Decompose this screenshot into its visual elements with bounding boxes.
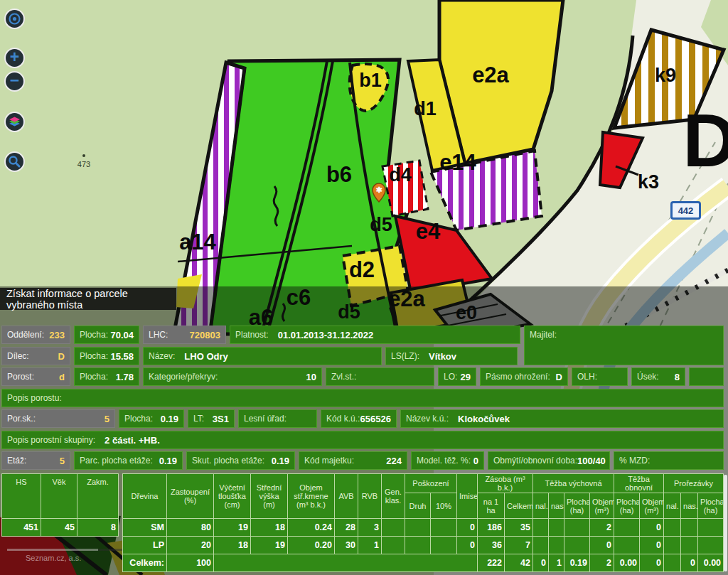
col-drevina: Dřevina <box>123 474 167 519</box>
zoom-out-button[interactable]: − <box>4 71 25 92</box>
field-obmyti: Obmýtí/obnovní doba:100/40 <box>488 451 610 470</box>
field-lt: LT:3S1 <box>188 409 235 428</box>
hs-table-row: 451 45 8 <box>2 519 119 537</box>
group-tezba-obnovni: Těžba obnovní <box>614 474 664 493</box>
field-oddeleni: Oddělení:233 <box>1 326 70 344</box>
map-label-e4: e4 <box>416 219 440 244</box>
stand-table: Dřevina Zastoupení (%) Výčetní tloušťka … <box>122 473 724 572</box>
table-row: SM8019180.2428301863520 <box>123 519 724 537</box>
map-label-D: D <box>682 97 728 183</box>
field-porsk: Por.sk.:5 <box>1 409 115 428</box>
field-plocha-dilec: Plocha:15.58 <box>74 347 139 365</box>
map-label-d4: d4 <box>389 164 412 186</box>
field-olh: OLH: <box>572 367 628 386</box>
field-usek: Úsek:8 <box>631 367 685 386</box>
field-mzd: % MZD: <box>614 451 724 470</box>
map-label-d1: d1 <box>414 98 437 120</box>
map-label-473: 473 <box>77 160 90 168</box>
col-zastoupeni: Zastoupení (%) <box>167 474 214 519</box>
map-label-b6: b6 <box>326 162 352 188</box>
field-popis-ps: Popis porostní skupiny:2 části. +HB. <box>1 431 724 449</box>
search-icon <box>8 155 21 168</box>
col-objem: Objem stř.kmene (m³ b.k.) <box>288 474 335 519</box>
plus-icon: + <box>10 49 19 65</box>
col-plocha-vych: Plocha (ha) <box>564 493 590 519</box>
field-nazev: Název:LHO Odry <box>143 347 382 365</box>
minus-icon: − <box>10 72 19 89</box>
col-nas-pror: nas. <box>681 493 698 519</box>
map-label-e2a: e2a <box>472 63 509 88</box>
map-label-k9: k9 <box>655 65 676 87</box>
field-dilec: Dílec:D <box>1 347 70 365</box>
group-zasoba: Zásoba (m³ b.k.) <box>478 474 533 493</box>
map-attribution: Seznam.cz, a.s. <box>26 554 81 562</box>
map-tooltip: Získat informace o parcele vybraného mís… <box>0 288 176 310</box>
field-lhc: LHC:720803 <box>143 326 226 344</box>
table-row: LP2018190.20301036700 <box>123 537 724 554</box>
map-label-a14: a14 <box>179 230 216 255</box>
col-druh: Druh <box>405 493 431 519</box>
map-label-k3: k3 <box>638 171 659 193</box>
zoom-in-button[interactable]: + <box>4 48 25 68</box>
field-majitel: Majitel: <box>524 326 724 365</box>
field-model-tez: Model. těž. %:0 <box>411 451 484 470</box>
layers-button[interactable] <box>4 112 25 132</box>
col-na1ha: na 1 ha <box>478 493 505 519</box>
field-lslz: LS(LZ):Vítkov <box>385 347 518 365</box>
col-imise: Imise <box>457 474 478 519</box>
field-kod-ku: Kód k.ú.:656526 <box>321 409 397 428</box>
field-plocha-porsk: Plocha:0.19 <box>119 409 184 428</box>
group-tezba-vychovna: Těžba výchovná <box>533 474 614 493</box>
col-stredni: Střední výška (m) <box>251 474 288 519</box>
hs-table: HS Věk Zakm. 451 45 8 <box>1 473 119 537</box>
map-label-b1: b1 <box>359 70 382 92</box>
map-label-d2: d2 <box>349 257 375 283</box>
field-zvlst: Zvl.st.: <box>326 367 434 386</box>
locate-button[interactable] <box>4 9 25 29</box>
table-scrollbar[interactable] <box>724 475 727 571</box>
field-kategorie: Kategorie/překryv:10 <box>143 367 322 386</box>
col-objem-obn: Objem (m³) <box>640 493 664 519</box>
col-plocha-obn: Plocha (ha) <box>614 493 640 519</box>
table-total-row: Celkem:10022242010.1920.00000.00 <box>123 554 724 572</box>
field-lesni-urad: Lesní úřad: <box>238 409 317 428</box>
stand-table-body: SM8019180.2428301863520LP2018190.2030103… <box>123 519 724 572</box>
field-popis-porostu: Popis porostu: <box>1 389 724 407</box>
map-label-e14: e14 <box>439 150 476 176</box>
field-spacer <box>689 367 724 386</box>
map-label-d5: d5 <box>370 214 392 236</box>
search-button[interactable] <box>4 151 25 172</box>
col-nas-vych: nas. <box>549 493 564 519</box>
col-rvb: RVB <box>358 474 382 519</box>
locate-icon <box>8 12 21 26</box>
field-skut-plocha: Skut. plocha etáže:0.19 <box>186 451 295 470</box>
col-objem-vych: Objem (m³) <box>590 493 614 519</box>
col-gen-klas: Gen. klas. <box>382 474 405 519</box>
group-prorezavky: Prořezávky <box>664 474 724 493</box>
vek-header: Věk <box>41 474 77 519</box>
field-plocha-oddeleni: Plocha:70.04 <box>74 326 139 344</box>
field-lo: LO:29 <box>438 367 476 386</box>
field-parc-plocha: Parc. plocha etáže:0.19 <box>74 451 183 470</box>
field-platnost: Platnost:01.01.2013-31.12.2022 <box>230 326 520 344</box>
field-plocha-porost: Plocha:1.78 <box>74 367 139 386</box>
road-number-sign: 442 <box>670 201 701 220</box>
col-10pct: 10% <box>431 493 457 519</box>
field-nazev-ku: Název k.ú.:Klokočůvek <box>400 409 724 428</box>
svg-text:✱: ✱ <box>375 186 382 194</box>
col-avb: AVB <box>335 474 358 519</box>
col-plocha-pror: Plocha (ha) <box>698 493 724 519</box>
col-vycetni: Výčetní tloušťka (cm) <box>214 474 251 519</box>
col-nal-pror: nal. <box>664 493 681 519</box>
col-celkem: Celkem <box>505 493 533 519</box>
field-etaz: Etáž:5 <box>1 451 70 470</box>
zakm-header: Zakm. <box>77 474 119 519</box>
layers-icon <box>8 115 21 129</box>
group-poskozeni: Poškození <box>405 474 457 493</box>
field-pasmo: Pásmo ohrožení:D <box>480 367 568 386</box>
hs-header: HS <box>2 474 41 519</box>
field-porost: Porost:d <box>1 367 70 386</box>
field-kod-majetku: Kód majetku:224 <box>299 451 407 470</box>
col-nal-vych: nal. <box>533 493 549 519</box>
app-window: ✱ 473b1d1e2ae14b6d4d5e4a14d2c6a6d5e2ae0k… <box>0 0 728 575</box>
